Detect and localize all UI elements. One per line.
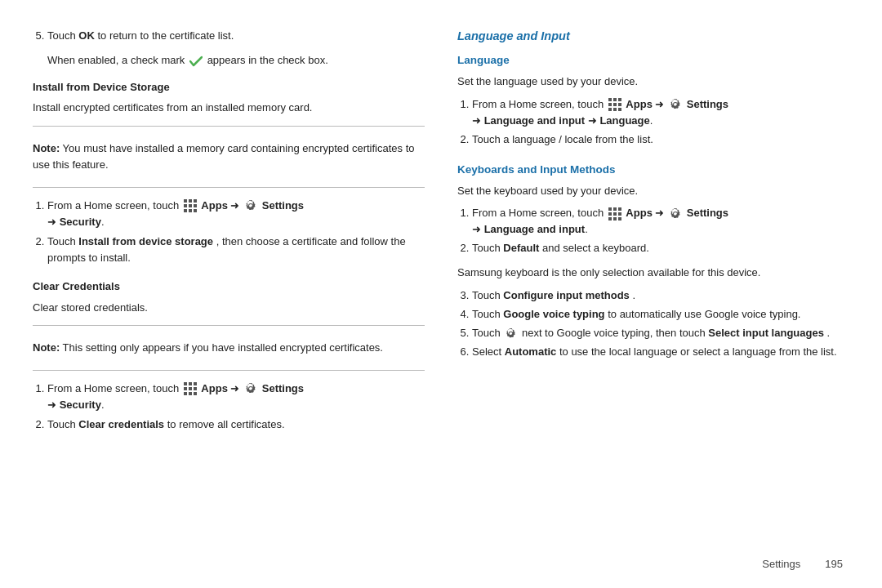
check-icon (189, 56, 203, 67)
step1-pre: From a Home screen, touch (47, 199, 182, 212)
arrow3: ➜ (230, 382, 243, 394)
right-step3: Touch Configure input methods . (472, 287, 849, 304)
right-arrow1: ➜ (655, 98, 667, 110)
gear-icon-3 (669, 98, 682, 111)
right-step1b: From a Home screen, touch Apps ➜ Setting… (472, 205, 849, 238)
step1-security: From a Home screen, touch Apps ➜ Setting… (47, 198, 425, 230)
install-heading: Install from Device Storage (33, 79, 425, 96)
settings-label-2: Settings (262, 382, 304, 394)
note2-text: Note: This setting only appears if you h… (33, 340, 425, 356)
step2b-bold: Clear credentials (78, 418, 164, 430)
divider4 (33, 370, 425, 371)
right-step2b: Touch Default and select a keyboard. (472, 240, 849, 256)
arrow4: ➜ (47, 399, 60, 411)
right-step2-text: Touch a language / locale from the list. (472, 133, 653, 145)
step2-pre: Touch (47, 235, 78, 247)
right-step6-text: to use the local language or select a la… (559, 345, 837, 358)
install-desc: Install encrypted certificates from an i… (33, 100, 425, 116)
note1-text: Note: You must have installed a memory c… (33, 140, 425, 173)
right-arrow2b: ➜ (472, 223, 484, 235)
right-arrow2: ➜ (472, 114, 484, 127)
right-arrow1b: ➜ (655, 207, 667, 219)
language-heading: Language (457, 52, 849, 69)
right-step3-pre: Touch (472, 289, 503, 301)
right-step6-bold: Automatic (505, 345, 557, 358)
right-step4-text: to automatically use Google voice typing… (608, 308, 800, 320)
apps-label-3: Apps (626, 98, 653, 110)
note2-block: Note: This setting only appears if you h… (33, 337, 425, 359)
gear-icon-1 (244, 199, 257, 212)
right-step2b-text: and select a keyboard. (542, 242, 649, 254)
security-label-2: Security (60, 399, 101, 411)
clear-heading: Clear Credentials (33, 278, 425, 295)
right-step2: Touch a language / locale from the list. (472, 131, 849, 148)
note1-block: Note: You must have installed a memory c… (33, 138, 425, 176)
right-step3-bold: Configure input methods (503, 289, 630, 301)
lang-input-label2: Language and input (484, 223, 586, 235)
main-heading: Language and Input (457, 27, 849, 45)
arrow2: ➜ (47, 216, 60, 228)
gear-icon-2 (244, 382, 257, 395)
step5-text: Touch OK to return to the certificate li… (47, 29, 234, 42)
clear-desc: Clear stored credentials. (33, 300, 425, 316)
step5-item: Touch OK to return to the certificate li… (47, 28, 425, 44)
right-step5-end: . (827, 327, 831, 339)
ok-bold: OK (78, 29, 95, 42)
right-step4-pre: Touch (472, 308, 503, 320)
language-label: Language (599, 114, 649, 127)
page: Touch OK to return to the certificate li… (0, 0, 882, 588)
keyboards-desc: Set the keyboard used by your device. (457, 183, 849, 199)
right-step2b-bold: Default (503, 242, 539, 254)
right-step4: Touch Google voice typing to automatical… (472, 306, 849, 323)
grid-icon-4 (608, 207, 621, 220)
right-step1-pre: From a Home screen, touch (472, 98, 607, 110)
divider2 (33, 187, 425, 188)
apps-label-4: Apps (626, 207, 653, 219)
arrow1: ➜ (230, 199, 243, 212)
settings-label-4: Settings (687, 207, 728, 219)
step2-install: Touch Install from device storage , then… (47, 234, 425, 266)
divider3 (33, 325, 425, 326)
right-step6-pre: Select (472, 345, 505, 358)
settings-label-1: Settings (262, 199, 304, 212)
right-step1b-pre: From a Home screen, touch (472, 207, 607, 219)
step5-sub: When enabled, a check mark appears in th… (33, 52, 425, 69)
keyboards-heading: Keyboards and Input Methods (457, 162, 849, 179)
grid-icon-2 (184, 382, 197, 395)
divider1 (33, 126, 425, 127)
step2b-pre: Touch (47, 418, 78, 430)
apps-label-1: Apps (201, 199, 228, 212)
step1b-pre: From a Home screen, touch (47, 382, 182, 394)
step2b-clear: Touch Clear credentials to remove all ce… (47, 416, 425, 433)
right-column: Language and Input Language Set the lang… (457, 24, 849, 564)
right-step4-bold: Google voice typing (503, 308, 604, 320)
right-arrow3: ➜ (588, 114, 600, 127)
grid-icon-3 (608, 98, 621, 111)
security-label-1: Security (60, 216, 101, 228)
note1-label: Note: (33, 142, 60, 154)
samsung-note: Samsung keyboard is the only selection a… (457, 265, 849, 281)
apps-label-2: Apps (201, 382, 228, 394)
footer-page: 195 (825, 558, 843, 570)
gear-icon-small (505, 327, 517, 340)
step1b-security: From a Home screen, touch Apps ➜ Setting… (47, 381, 425, 413)
right-step6: Select Automatic to use the local langua… (472, 344, 849, 360)
right-step5-text: next to Google voice typing, then touch (522, 327, 708, 339)
step2b-text: to remove all certificates. (167, 418, 285, 430)
right-step3-end: . (632, 289, 635, 301)
right-step5: Touch next to Google voice typing, then … (472, 325, 849, 341)
language-desc: Set the language used by your device. (457, 74, 849, 90)
right-step5-pre: Touch (472, 327, 503, 339)
settings-label-3: Settings (687, 98, 728, 110)
footer: Settings 195 (762, 558, 843, 570)
grid-icon-1 (184, 199, 197, 212)
step2-bold: Install from device storage (78, 235, 213, 247)
note2-label: Note: (33, 341, 60, 354)
gear-icon-4 (669, 207, 682, 220)
right-step5-bold: Select input languages (708, 327, 824, 339)
footer-label: Settings (762, 558, 800, 570)
left-column: Touch OK to return to the certificate li… (33, 24, 425, 564)
lang-input-label: Language and input (484, 114, 586, 127)
right-step2b-pre: Touch (472, 242, 503, 254)
right-step1: From a Home screen, touch Apps ➜ Setting… (472, 96, 849, 129)
